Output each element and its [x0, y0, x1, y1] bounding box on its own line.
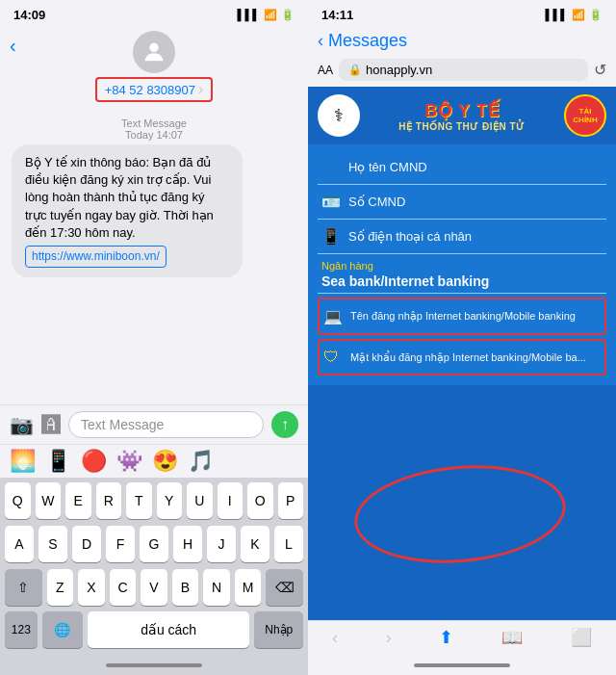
site-subtitle: HỆ THỐNG THƯ ĐIỆN TỬ — [370, 121, 554, 132]
message-bubble: Bộ Y tế xin thông báo: Bạn đã đủ điều ki… — [12, 144, 243, 277]
site-title-block: BỘ Y TẾ HỆ THỐNG THƯ ĐIỆN TỬ — [370, 100, 554, 132]
key-u[interactable]: U — [187, 482, 213, 519]
key-x[interactable]: X — [78, 569, 105, 606]
right-panel: 14:11 ▌▌▌ 📶 🔋 ‹ Messages AA 🔒 honapply.v… — [308, 0, 616, 675]
emoji-face[interactable]: 😍 — [152, 449, 178, 474]
message-type-label: Text Message — [121, 117, 187, 129]
back-button[interactable]: ‹ — [10, 35, 16, 57]
key-g[interactable]: G — [140, 526, 168, 562]
laptop-field-icon: 💻 — [323, 307, 343, 325]
input-area: 📷 🅰 Text Message ↑ — [0, 404, 308, 444]
right-status-icons: ▌▌▌ 📶 🔋 — [546, 9, 603, 21]
password-field[interactable]: 🛡 Mật khẩu đăng nhập Internet banking/Mo… — [318, 339, 606, 376]
key-r[interactable]: R — [96, 482, 122, 519]
toolbar-forward-button[interactable]: › — [386, 628, 392, 648]
key-h[interactable]: H — [173, 526, 202, 562]
form-field-id[interactable]: 🪪 Số CMND — [318, 185, 606, 220]
emoji-key[interactable]: 🌐 — [42, 611, 83, 648]
key-k[interactable]: K — [241, 526, 270, 562]
camera-icon[interactable]: 📷 — [10, 413, 34, 436]
site-header: ⚕ BỘ Y TẾ HỆ THỐNG THƯ ĐIỆN TỬ TÀI CHÍNH — [308, 87, 616, 144]
shield-field-icon: 🛡 — [323, 349, 343, 366]
toolbar-tabs-button[interactable]: ⬜ — [571, 627, 592, 648]
toolbar-bookmarks-button[interactable]: 📖 — [501, 627, 523, 648]
key-i[interactable]: I — [218, 482, 244, 519]
key-t[interactable]: T — [126, 482, 152, 519]
key-v[interactable]: V — [141, 569, 167, 606]
browser-back-button[interactable]: ‹ Messages — [318, 31, 407, 51]
site-form: 👤 Họ tên CMND 🪪 Số CMND 📱 Số điện thoại … — [308, 144, 616, 385]
key-z[interactable]: Z — [47, 569, 74, 606]
aa-button[interactable]: AA — [318, 64, 333, 77]
messages-area[interactable]: Bộ Y tế xin thông báo: Bạn đã đủ điều ki… — [0, 144, 308, 404]
key-f[interactable]: F — [106, 526, 135, 562]
right-logo-label: TÀI CHÍNH — [566, 107, 604, 124]
key-o[interactable]: O — [247, 482, 273, 519]
key-w[interactable]: W — [36, 482, 62, 519]
emoji-photos[interactable]: 🌅 — [10, 449, 36, 474]
bank-label: Ngân hàng — [321, 260, 603, 272]
key-n[interactable]: N — [203, 569, 230, 606]
toolbar-share-button[interactable]: ⬆ — [439, 627, 453, 648]
home-bar — [106, 663, 202, 667]
message-time: Today 14:07 — [125, 129, 183, 141]
num-key[interactable]: 123 — [5, 611, 38, 648]
key-e[interactable]: E — [65, 482, 91, 519]
key-y[interactable]: Y — [157, 482, 183, 519]
space-key[interactable]: dấu cách — [88, 611, 250, 648]
send-button[interactable]: ↑ — [271, 411, 298, 438]
person-icon — [141, 39, 167, 65]
key-s[interactable]: S — [38, 526, 67, 562]
key-p[interactable]: P — [278, 482, 304, 519]
internet-banking-field[interactable]: 💻 Tên đăng nhập Internet banking/Mobile … — [318, 298, 606, 335]
form-field-phone[interactable]: 📱 Số điện thoại cá nhân — [318, 220, 606, 254]
emoji-apps[interactable]: 📱 — [45, 449, 71, 474]
left-nav: ‹ +84 52 8308907 — [0, 27, 308, 110]
emoji-music[interactable]: 🎵 — [188, 449, 214, 474]
field-label-inet: Tên đăng nhập Internet banking/Mobile ba… — [350, 310, 576, 323]
medical-icon: ⚕ — [334, 105, 344, 126]
key-a[interactable]: A — [5, 526, 34, 562]
field-label-password: Mật khẩu đăng nhập Internet banking/Mobi… — [350, 351, 586, 364]
right-time: 14:11 — [321, 8, 353, 22]
return-key[interactable]: Nhập — [254, 611, 303, 648]
message-meta: Text Message Today 14:07 — [0, 110, 308, 144]
lock-icon: 🔒 — [348, 64, 362, 76]
bank-select-field[interactable]: Ngân hàng Sea bank/Internet banking — [318, 254, 606, 294]
right-signal-icon: ▌▌▌ — [546, 9, 568, 20]
key-d[interactable]: D — [72, 526, 101, 562]
input-placeholder-text: Text Message — [81, 417, 164, 432]
backspace-key[interactable]: ⌫ — [266, 569, 303, 606]
phone-number[interactable]: +84 52 8308907 — [95, 77, 214, 102]
reload-button[interactable]: ↺ — [594, 61, 606, 79]
apps-icon[interactable]: 🅰 — [41, 414, 61, 436]
message-link[interactable]: https://www.miniboon.vn/ — [25, 246, 167, 268]
field-label-phone: Số điện thoại cá nhân — [348, 229, 472, 244]
key-l[interactable]: L — [274, 526, 303, 562]
address-bar-row: AA 🔒 honapply.vn ↺ — [308, 55, 616, 87]
key-q[interactable]: Q — [5, 482, 31, 519]
home-bar-right — [414, 663, 510, 667]
shift-key[interactable]: ⇧ — [5, 569, 42, 606]
emoji-memoji[interactable]: 🔴 — [81, 449, 107, 474]
right-status-bar: 14:11 ▌▌▌ 📶 🔋 — [308, 0, 616, 27]
right-battery-icon: 🔋 — [589, 9, 603, 21]
id-field-icon: 🪪 — [321, 193, 341, 211]
left-status-bar: 14:09 ▌▌▌ 📶 🔋 — [0, 0, 308, 27]
toolbar-back-button[interactable]: ‹ — [332, 628, 338, 648]
phone-field-icon: 📱 — [321, 227, 341, 246]
emoji-person[interactable]: 👾 — [116, 449, 142, 474]
key-c[interactable]: C — [110, 569, 137, 606]
key-b[interactable]: B — [172, 569, 199, 606]
message-input[interactable]: Text Message — [68, 411, 264, 438]
form-field-name[interactable]: 👤 Họ tên CMND — [318, 150, 606, 185]
home-indicator-right — [308, 656, 616, 675]
key-m[interactable]: M — [235, 569, 262, 606]
site-title: BỘ Y TẾ — [370, 100, 554, 121]
signal-icon: ▌▌▌ — [238, 9, 260, 20]
message-text: Bộ Y tế xin thông báo: Bạn đã đủ điều ki… — [25, 155, 214, 240]
right-wifi-icon: 📶 — [572, 9, 585, 21]
address-bar[interactable]: 🔒 honapply.vn — [339, 59, 588, 81]
key-j[interactable]: J — [207, 526, 236, 562]
keyboard-row-2: A S D F G H J K L — [0, 521, 308, 564]
